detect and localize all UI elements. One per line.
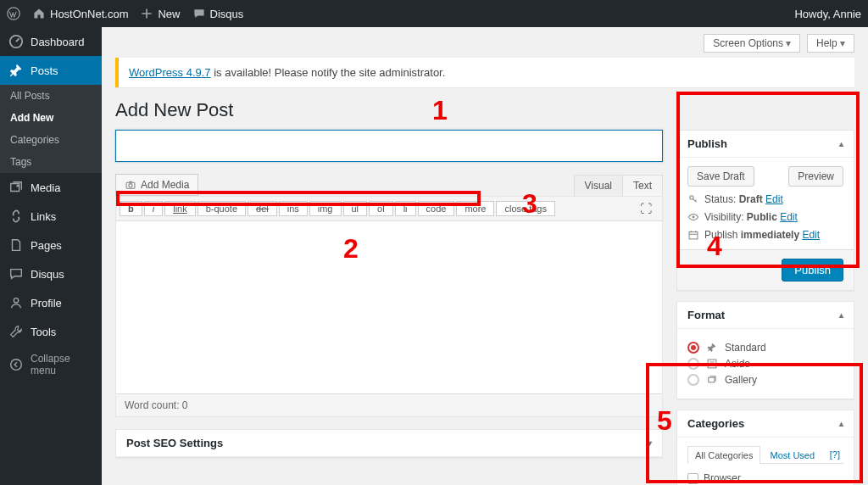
site-name: HostOnNet.com	[50, 8, 128, 20]
schedule-row: Publish immediately Edit	[687, 229, 843, 241]
plus-icon	[140, 7, 153, 20]
media-icon	[8, 180, 24, 195]
qt-bold[interactable]: b	[120, 201, 142, 216]
sidebar-label: Media	[31, 181, 60, 194]
category-list[interactable]: Browser Business CentOS Cloud	[687, 471, 843, 485]
fullscreen-icon[interactable]: ⛶	[637, 200, 655, 217]
preview-button[interactable]: Preview	[788, 166, 843, 187]
word-count-label: Word count:	[125, 399, 182, 411]
svg-rect-11	[709, 377, 715, 382]
screen-options-button[interactable]: Screen Options	[704, 34, 800, 53]
status-value: Draft	[739, 193, 763, 205]
sidebar-sub-add-new[interactable]: Add New	[0, 107, 102, 129]
sidebar-label: Links	[31, 210, 56, 223]
word-count-value: 0	[182, 399, 188, 411]
tab-all-categories[interactable]: All Categories	[687, 446, 760, 464]
edit-status-link[interactable]: Edit	[765, 193, 783, 205]
format-label: Aside	[725, 358, 750, 370]
format-option-standard[interactable]: Standard	[687, 342, 843, 354]
sidebar-item-collapse[interactable]: Collapse menu	[0, 346, 102, 383]
visibility-row: Visibility: Public Edit	[687, 211, 843, 223]
site-name-link[interactable]: HostOnNet.com	[32, 7, 128, 20]
save-draft-button[interactable]: Save Draft	[687, 166, 754, 187]
sidebar-label: Tools	[31, 326, 56, 338]
seo-settings-header[interactable]: Post SEO Settings	[116, 430, 662, 457]
post-content-textarea[interactable]	[116, 221, 662, 391]
categories-help[interactable]: [?]	[826, 446, 843, 463]
qt-bquote[interactable]: b-quote	[198, 201, 246, 216]
qt-more[interactable]: more	[456, 201, 494, 216]
edit-schedule-link[interactable]: Edit	[802, 229, 820, 241]
sidebar-sub-categories[interactable]: Categories	[0, 129, 102, 151]
svg-point-6	[129, 184, 132, 187]
sidebar-item-disqus[interactable]: Disqus	[0, 259, 102, 288]
sidebar-label: Posts	[31, 64, 58, 77]
post-title-input[interactable]	[115, 130, 663, 162]
sidebar-item-media[interactable]: Media	[0, 173, 102, 202]
word-count-bar: Word count: 0	[116, 393, 662, 416]
wp-logo[interactable]	[7, 7, 20, 20]
new-content-link[interactable]: New	[140, 7, 180, 20]
format-option-aside[interactable]: Aside	[687, 358, 843, 370]
publish-button[interactable]: Publish	[782, 259, 843, 282]
qt-ul[interactable]: ul	[343, 201, 368, 216]
qt-img[interactable]: img	[309, 201, 342, 216]
svg-rect-9	[689, 232, 698, 239]
category-label: Browser	[704, 472, 741, 484]
svg-point-2	[16, 185, 19, 187]
qt-italic[interactable]: i	[144, 201, 163, 216]
svg-point-4	[11, 360, 22, 371]
aside-icon	[706, 358, 718, 370]
qt-ins[interactable]: ins	[279, 201, 308, 216]
sidebar-item-posts[interactable]: Posts	[0, 56, 102, 85]
categories-header[interactable]: Categories	[677, 410, 854, 438]
tab-visual[interactable]: Visual	[574, 175, 623, 196]
checkbox-icon[interactable]	[687, 473, 698, 484]
wrench-icon	[8, 324, 24, 339]
qt-code[interactable]: code	[418, 201, 455, 216]
radio-checked-icon	[687, 342, 699, 354]
publish-header[interactable]: Publish	[677, 131, 854, 158]
sidebar-item-dashboard[interactable]: Dashboard	[0, 27, 102, 56]
qt-close-tags[interactable]: close tags	[496, 201, 555, 216]
sidebar-label: Profile	[31, 297, 62, 309]
sidebar-label: Disqus	[31, 268, 64, 281]
qt-del[interactable]: del	[248, 201, 277, 216]
help-button[interactable]: Help	[807, 34, 854, 53]
tab-most-used[interactable]: Most Used	[762, 446, 822, 464]
user-greeting[interactable]: Howdy, Annie	[794, 8, 861, 20]
wordpress-icon	[7, 7, 20, 20]
notice-text: is available! Please notify the site adm…	[211, 66, 446, 79]
new-label: New	[158, 8, 180, 20]
format-header[interactable]: Format	[677, 302, 854, 329]
disqus-link[interactable]: Disqus	[192, 7, 244, 20]
edit-visibility-link[interactable]: Edit	[780, 211, 798, 223]
dashboard-icon	[8, 34, 24, 49]
sidebar-item-pages[interactable]: Pages	[0, 231, 102, 259]
svg-point-3	[14, 298, 18, 303]
qt-ol[interactable]: ol	[369, 201, 393, 216]
page-icon	[8, 237, 24, 253]
admin-sidebar: Dashboard Posts All Posts Add New Catego…	[0, 27, 102, 485]
add-media-label: Add Media	[141, 179, 189, 191]
publish-box: Publish Save Draft Preview Status: Draft…	[676, 130, 854, 291]
format-option-gallery[interactable]: Gallery	[687, 374, 843, 386]
qt-link[interactable]: link	[164, 201, 196, 216]
radio-icon	[687, 358, 699, 370]
format-box: Format Standard Aside	[676, 301, 854, 399]
category-item[interactable]: Browser	[687, 471, 843, 485]
qt-li[interactable]: li	[395, 201, 416, 216]
disqus-label: Disqus	[210, 8, 244, 20]
sidebar-item-tools[interactable]: Tools	[0, 317, 102, 346]
update-link[interactable]: WordPress 4.9.7	[129, 66, 211, 79]
tab-text[interactable]: Text	[623, 175, 663, 196]
link-icon	[8, 209, 24, 224]
seo-settings-box: Post SEO Settings	[115, 429, 663, 458]
admin-bar: HostOnNet.com New Disqus Howdy, Annie	[0, 0, 868, 27]
sidebar-sub-all-posts[interactable]: All Posts	[0, 85, 102, 107]
add-media-button[interactable]: Add Media	[115, 174, 198, 196]
sidebar-item-profile[interactable]: Profile	[0, 288, 102, 317]
sidebar-item-links[interactable]: Links	[0, 202, 102, 231]
sidebar-sub-tags[interactable]: Tags	[0, 151, 102, 173]
eye-icon	[687, 211, 699, 223]
